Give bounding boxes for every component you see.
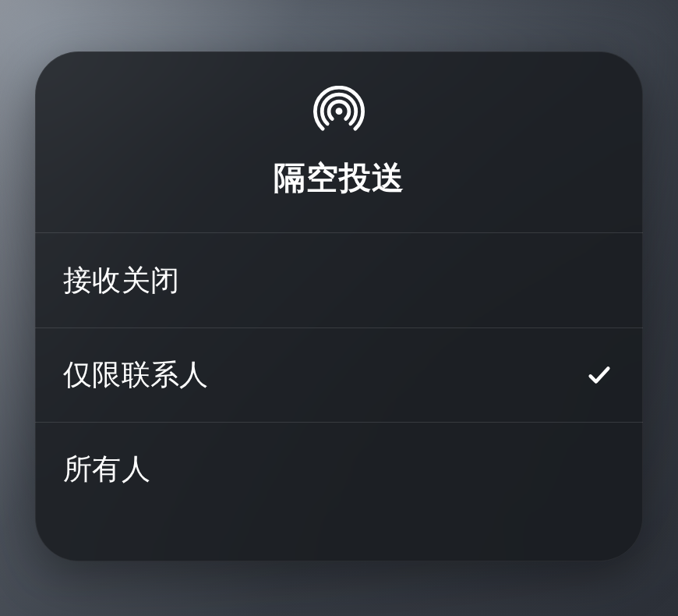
svg-point-0: [336, 108, 343, 115]
panel-header: 隔空投送: [35, 51, 643, 233]
option-everyone[interactable]: 所有人: [35, 422, 643, 516]
panel-title: 隔空投送: [274, 157, 404, 200]
option-contacts-only[interactable]: 仅限联系人: [35, 327, 643, 422]
option-label: 所有人: [63, 450, 150, 489]
airdrop-icon: [313, 85, 365, 140]
options-list: 接收关闭 仅限联系人 所有人: [35, 233, 643, 516]
option-label: 接收关闭: [63, 261, 179, 300]
option-label: 仅限联系人: [63, 356, 209, 395]
airdrop-settings-panel: 隔空投送 接收关闭 仅限联系人 所有人: [35, 51, 643, 561]
option-receiving-off[interactable]: 接收关闭: [35, 233, 643, 327]
checkmark-icon: [584, 359, 615, 391]
